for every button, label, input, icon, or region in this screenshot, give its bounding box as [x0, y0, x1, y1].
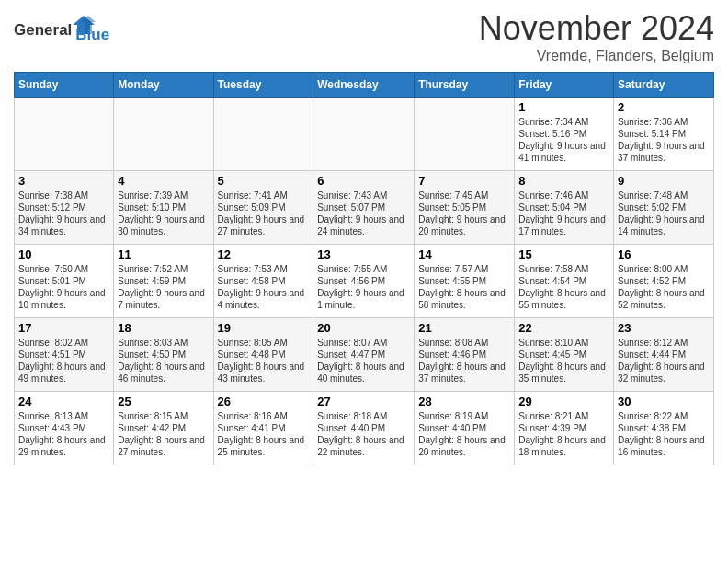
calendar-cell: 15Sunrise: 7:58 AM Sunset: 4:54 PM Dayli…	[515, 245, 614, 318]
header-wednesday: Wednesday	[313, 73, 415, 98]
calendar-cell: 8Sunrise: 7:46 AM Sunset: 5:04 PM Daylig…	[515, 171, 614, 245]
calendar-header: Sunday Monday Tuesday Wednesday Thursday…	[15, 73, 714, 98]
calendar-cell: 16Sunrise: 8:00 AM Sunset: 4:52 PM Dayli…	[614, 245, 714, 318]
day-number: 25	[118, 395, 209, 408]
day-number: 30	[618, 395, 710, 408]
calendar-week-4: 24Sunrise: 8:13 AM Sunset: 4:43 PM Dayli…	[15, 392, 714, 465]
day-number: 3	[18, 174, 109, 188]
calendar-week-3: 17Sunrise: 8:02 AM Sunset: 4:51 PM Dayli…	[15, 318, 714, 392]
day-number: 2	[618, 100, 710, 114]
page-header: General Blue November 2024 Vremde, Fland…	[14, 9, 714, 64]
calendar-cell: 12Sunrise: 7:53 AM Sunset: 4:58 PM Dayli…	[213, 245, 313, 318]
day-info: Sunrise: 7:46 AM Sunset: 5:04 PM Dayligh…	[518, 190, 609, 237]
calendar-cell	[313, 98, 415, 171]
day-number: 22	[518, 321, 609, 335]
calendar-cell	[415, 98, 515, 171]
day-number: 16	[618, 247, 710, 261]
day-info: Sunrise: 8:00 AM Sunset: 4:52 PM Dayligh…	[618, 263, 710, 311]
day-number: 29	[518, 395, 609, 408]
day-number: 14	[418, 247, 510, 261]
day-number: 10	[18, 247, 109, 261]
header-tuesday: Tuesday	[213, 73, 313, 98]
calendar-cell: 18Sunrise: 8:03 AM Sunset: 4:50 PM Dayli…	[114, 318, 213, 392]
day-number: 24	[18, 395, 109, 408]
calendar-cell: 5Sunrise: 7:41 AM Sunset: 5:09 PM Daylig…	[213, 171, 313, 245]
header-saturday: Saturday	[614, 73, 714, 98]
logo-general: General	[14, 21, 72, 39]
day-info: Sunrise: 7:50 AM Sunset: 5:01 PM Dayligh…	[18, 263, 109, 311]
calendar-table: Sunday Monday Tuesday Wednesday Thursday…	[14, 72, 714, 465]
calendar-cell: 4Sunrise: 7:39 AM Sunset: 5:10 PM Daylig…	[114, 171, 213, 245]
day-number: 21	[418, 321, 510, 335]
calendar-cell: 10Sunrise: 7:50 AM Sunset: 5:01 PM Dayli…	[15, 245, 114, 318]
day-number: 23	[618, 321, 710, 335]
day-info: Sunrise: 7:38 AM Sunset: 5:12 PM Dayligh…	[18, 190, 109, 237]
calendar-cell	[213, 98, 313, 171]
calendar-cell: 7Sunrise: 7:45 AM Sunset: 5:05 PM Daylig…	[415, 171, 515, 245]
day-info: Sunrise: 7:58 AM Sunset: 4:54 PM Dayligh…	[518, 263, 609, 311]
header-monday: Monday	[114, 73, 213, 98]
calendar-cell: 14Sunrise: 7:57 AM Sunset: 4:55 PM Dayli…	[415, 245, 515, 318]
calendar-cell	[114, 98, 213, 171]
logo-text: General Blue	[14, 9, 109, 44]
day-info: Sunrise: 7:48 AM Sunset: 5:02 PM Dayligh…	[618, 190, 710, 237]
day-number: 27	[317, 395, 410, 408]
calendar-cell: 25Sunrise: 8:15 AM Sunset: 4:42 PM Dayli…	[114, 392, 213, 465]
logo: General Blue	[14, 9, 109, 44]
calendar-cell: 11Sunrise: 7:52 AM Sunset: 4:59 PM Dayli…	[114, 245, 213, 318]
title-section: November 2024 Vremde, Flanders, Belgium	[479, 9, 714, 64]
location-subtitle: Vremde, Flanders, Belgium	[479, 48, 714, 64]
calendar-cell: 6Sunrise: 7:43 AM Sunset: 5:07 PM Daylig…	[313, 171, 415, 245]
day-info: Sunrise: 8:13 AM Sunset: 4:43 PM Dayligh…	[18, 410, 109, 458]
calendar-cell: 24Sunrise: 8:13 AM Sunset: 4:43 PM Dayli…	[15, 392, 114, 465]
month-title: November 2024	[479, 9, 714, 48]
day-info: Sunrise: 8:10 AM Sunset: 4:45 PM Dayligh…	[518, 337, 609, 385]
calendar-cell: 1Sunrise: 7:34 AM Sunset: 5:16 PM Daylig…	[515, 98, 614, 171]
day-number: 28	[418, 395, 510, 408]
calendar-cell: 2Sunrise: 7:36 AM Sunset: 5:14 PM Daylig…	[614, 98, 714, 171]
calendar-cell	[15, 98, 114, 171]
calendar-cell: 9Sunrise: 7:48 AM Sunset: 5:02 PM Daylig…	[614, 171, 714, 245]
day-number: 6	[317, 174, 410, 188]
calendar-cell: 27Sunrise: 8:18 AM Sunset: 4:40 PM Dayli…	[313, 392, 415, 465]
day-info: Sunrise: 7:55 AM Sunset: 4:56 PM Dayligh…	[317, 263, 410, 311]
logo-blue: Blue	[75, 26, 109, 44]
day-number: 19	[218, 321, 310, 335]
day-info: Sunrise: 8:16 AM Sunset: 4:41 PM Dayligh…	[218, 410, 310, 458]
day-number: 15	[518, 247, 609, 261]
page-container: General Blue November 2024 Vremde, Fland…	[0, 0, 728, 475]
day-info: Sunrise: 8:21 AM Sunset: 4:39 PM Dayligh…	[518, 410, 609, 458]
calendar-cell: 17Sunrise: 8:02 AM Sunset: 4:51 PM Dayli…	[15, 318, 114, 392]
day-info: Sunrise: 8:22 AM Sunset: 4:38 PM Dayligh…	[618, 410, 710, 458]
day-number: 20	[317, 321, 410, 335]
calendar-cell: 23Sunrise: 8:12 AM Sunset: 4:44 PM Dayli…	[614, 318, 714, 392]
day-number: 26	[218, 395, 310, 408]
day-info: Sunrise: 8:02 AM Sunset: 4:51 PM Dayligh…	[18, 337, 109, 385]
day-info: Sunrise: 7:34 AM Sunset: 5:16 PM Dayligh…	[518, 116, 609, 164]
day-number: 12	[218, 247, 310, 261]
day-info: Sunrise: 8:08 AM Sunset: 4:46 PM Dayligh…	[418, 337, 510, 385]
day-number: 18	[118, 321, 209, 335]
day-number: 8	[518, 174, 609, 188]
day-number: 13	[317, 247, 410, 261]
day-info: Sunrise: 7:57 AM Sunset: 4:55 PM Dayligh…	[418, 263, 510, 311]
day-info: Sunrise: 7:36 AM Sunset: 5:14 PM Dayligh…	[618, 116, 710, 164]
calendar-cell: 21Sunrise: 8:08 AM Sunset: 4:46 PM Dayli…	[415, 318, 515, 392]
day-info: Sunrise: 7:41 AM Sunset: 5:09 PM Dayligh…	[218, 190, 310, 237]
calendar-body: 1Sunrise: 7:34 AM Sunset: 5:16 PM Daylig…	[15, 98, 714, 465]
calendar-cell: 13Sunrise: 7:55 AM Sunset: 4:56 PM Dayli…	[313, 245, 415, 318]
day-number: 1	[518, 100, 609, 114]
calendar-week-1: 3Sunrise: 7:38 AM Sunset: 5:12 PM Daylig…	[15, 171, 714, 245]
day-info: Sunrise: 8:07 AM Sunset: 4:47 PM Dayligh…	[317, 337, 410, 385]
day-info: Sunrise: 8:03 AM Sunset: 4:50 PM Dayligh…	[118, 337, 209, 385]
calendar-cell: 28Sunrise: 8:19 AM Sunset: 4:40 PM Dayli…	[415, 392, 515, 465]
day-info: Sunrise: 7:53 AM Sunset: 4:58 PM Dayligh…	[218, 263, 310, 311]
calendar-cell: 3Sunrise: 7:38 AM Sunset: 5:12 PM Daylig…	[15, 171, 114, 245]
calendar-cell: 22Sunrise: 8:10 AM Sunset: 4:45 PM Dayli…	[515, 318, 614, 392]
day-number: 9	[618, 174, 710, 188]
calendar-cell: 30Sunrise: 8:22 AM Sunset: 4:38 PM Dayli…	[614, 392, 714, 465]
header-thursday: Thursday	[415, 73, 515, 98]
calendar-week-0: 1Sunrise: 7:34 AM Sunset: 5:16 PM Daylig…	[15, 98, 714, 171]
day-info: Sunrise: 8:18 AM Sunset: 4:40 PM Dayligh…	[317, 410, 410, 458]
calendar-cell: 20Sunrise: 8:07 AM Sunset: 4:47 PM Dayli…	[313, 318, 415, 392]
